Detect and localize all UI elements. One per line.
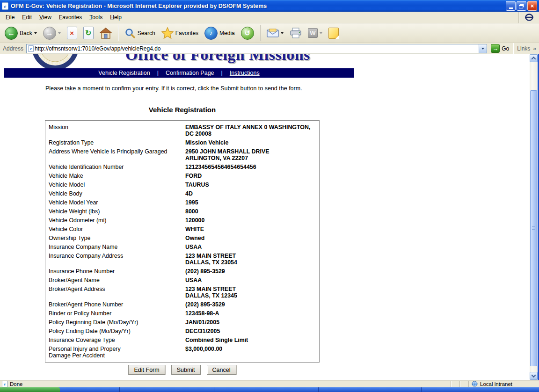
menu-favorites[interactable]: Favorites [55, 13, 86, 22]
field-label: Registration Type [45, 139, 185, 146]
restore-icon [519, 5, 523, 8]
mail-button[interactable] [265, 28, 285, 39]
favorites-button[interactable]: Favorites [160, 26, 200, 40]
print-button[interactable] [288, 27, 304, 40]
address-label: Address [3, 45, 23, 52]
table-row: Vehicle Make FORD [45, 171, 319, 180]
field-label: Policy Ending Date (Mo/Day/Yr) [45, 328, 185, 334]
field-label: Vehicle Color [45, 226, 185, 232]
submit-button[interactable]: Submit [171, 365, 201, 375]
minimize-button[interactable] [506, 1, 516, 11]
close-button[interactable]: × [527, 1, 537, 11]
table-row: Personal Injury and Propery Damage Per A… [45, 344, 319, 360]
taskbar-divider [318, 387, 319, 392]
field-value: (202) 895-3529 [185, 301, 319, 308]
media-label: Media [219, 30, 235, 36]
table-row: Registration Type Mission Vehicle [45, 138, 319, 147]
field-value: 8000 [185, 208, 319, 215]
status-pane [451, 380, 459, 387]
field-value: JAN/01/2005 [185, 319, 319, 326]
back-button[interactable]: ← Back [3, 26, 39, 41]
address-input[interactable] [34, 45, 479, 52]
back-dropdown-icon[interactable] [34, 32, 37, 34]
stop-button[interactable]: × [65, 26, 79, 40]
window-title: OFM E-Gov: Vehicle Registration - Micros… [11, 3, 506, 9]
links-bar[interactable]: Links » [513, 43, 536, 54]
field-label: Broker/Agent Address [45, 286, 185, 292]
field-value: USAA [185, 244, 319, 250]
nav-confirmation-page[interactable]: Confirmation Page [166, 70, 214, 76]
address-dropdown-button[interactable] [479, 44, 487, 53]
scroll-down-button[interactable] [530, 372, 538, 380]
stop-icon: × [67, 27, 77, 39]
menu-edit[interactable]: Edit [18, 13, 36, 22]
table-row: Broker/Agent Address 123 MAIN STREET DAL… [45, 284, 319, 300]
field-label: Policy Beginning Date (Mo/Day/Yr) [45, 319, 185, 326]
forward-button[interactable]: → [41, 26, 63, 41]
edit-form-button[interactable]: Edit Form [128, 365, 165, 375]
field-value: 123458-98-A [185, 310, 319, 317]
vertical-scrollbar[interactable] [530, 54, 538, 380]
edit-with-word-button[interactable]: W [306, 27, 324, 39]
field-label: Vehicle Body [45, 190, 185, 197]
menu-file[interactable]: File [2, 13, 18, 22]
table-row: Insurance Coverage Type Combined Single … [45, 335, 319, 344]
field-label: Binder or Policy Number [45, 310, 185, 317]
table-row: Vehicle Identification Number 1212345654… [45, 162, 319, 171]
table-row: Vehicle Color WHITE [45, 225, 319, 233]
field-label: Vehicle Make [45, 173, 185, 179]
field-label: Vehicle Identification Number [45, 164, 185, 170]
confirmation-instructions: Please take a moment to confirm your ent… [45, 85, 302, 92]
table-row: Insurance Company Name USAA [45, 242, 319, 251]
back-label: Back [20, 30, 32, 36]
address-field[interactable]: e [26, 44, 487, 53]
menu-tools[interactable]: Tools [86, 13, 106, 22]
word-icon: W [308, 28, 318, 38]
status-bar: e Done Local intranet [0, 380, 539, 387]
scrollbar-thumb[interactable] [530, 90, 537, 366]
table-row: Broker/Agent Phone Number (202) 895-3529 [45, 300, 319, 309]
menu-bar: File Edit View Favorites Tools Help [0, 12, 539, 23]
favorites-label: Favorites [175, 30, 198, 36]
field-value: 1995 [185, 199, 319, 206]
history-button[interactable]: ↺ [239, 26, 256, 41]
taskbar-divider [421, 387, 422, 392]
field-value: TAURUS [185, 181, 319, 188]
nav-vehicle-registration[interactable]: Vehicle Registration [98, 70, 150, 76]
links-chevron-icon[interactable]: » [533, 45, 536, 52]
field-value: FORD [185, 173, 319, 179]
field-value: (202) 895-3529 [185, 268, 319, 275]
cancel-button[interactable]: Cancel [207, 365, 236, 375]
go-button[interactable]: → Go [491, 44, 509, 53]
mail-dropdown-icon[interactable] [281, 32, 284, 34]
menu-view[interactable]: View [36, 13, 55, 22]
nav-separator: | [221, 70, 223, 76]
field-label: Insurance Phone Number [45, 268, 185, 275]
start-button[interactable] [0, 387, 60, 392]
search-button[interactable]: Search [123, 27, 157, 40]
home-button[interactable] [98, 26, 114, 40]
word-dropdown-icon [320, 32, 322, 34]
nav-instructions-link[interactable]: Instructions [230, 70, 260, 76]
table-row: Vehicle Model TAURUS [45, 180, 319, 189]
field-value: Owned [185, 235, 319, 241]
discuss-button[interactable] [327, 27, 341, 40]
field-label: Vehicle Model Year [45, 199, 185, 206]
menu-help[interactable]: Help [106, 13, 125, 22]
forward-icon: → [43, 27, 56, 40]
scroll-up-button[interactable] [530, 54, 538, 62]
go-icon: → [491, 44, 500, 53]
table-row: Ownership Type Owned [45, 233, 319, 242]
field-value: 2950 JOHN MARSHALL DRIVE ARLINGTON, VA 2… [185, 148, 319, 161]
standard-toolbar: ← Back → × ↻ Search Favorites ♪ Media [0, 23, 539, 43]
print-icon [290, 28, 302, 39]
restore-button[interactable] [517, 1, 526, 11]
field-value: DEC/31/2005 [185, 328, 319, 334]
status-pane [460, 380, 468, 387]
site-title: Office of Foreign Missions [125, 54, 310, 64]
media-button[interactable]: ♪ Media [203, 26, 237, 41]
forward-dropdown-icon[interactable] [58, 32, 61, 34]
notes-icon [328, 28, 339, 39]
refresh-button[interactable]: ↻ [81, 26, 95, 40]
ie-window-icon: e [2, 2, 8, 10]
